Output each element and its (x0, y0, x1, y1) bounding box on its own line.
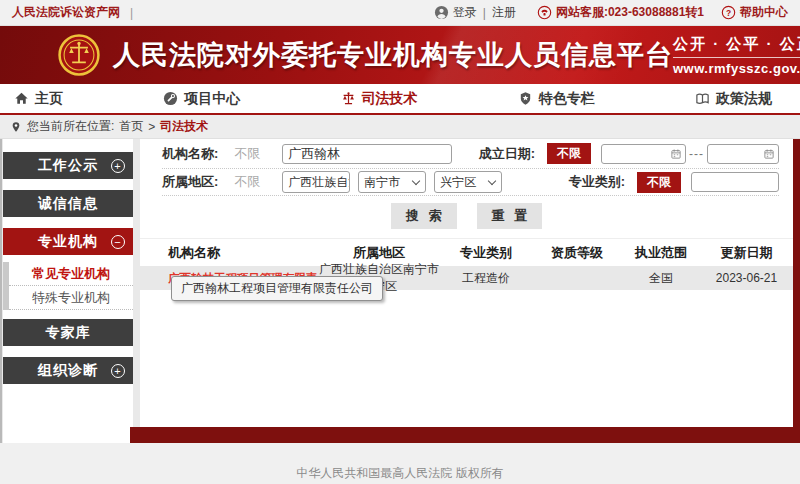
sidebar-submenu: 常见专业机构 特殊专业机构 (3, 262, 133, 310)
form-actions: 搜 索 重 置 (140, 196, 793, 235)
user-icon (434, 5, 449, 20)
date-range-separator: --- (689, 147, 704, 161)
sidebar-item-expert-pool[interactable]: 专家库 (3, 319, 133, 346)
scales-icon (341, 91, 356, 106)
nav-item-judicial-tech[interactable]: 司法技术 (341, 90, 418, 108)
page-footer: 中华人民共和国最高人民法院 版权所有 (0, 443, 800, 484)
collapse-icon: − (111, 235, 125, 249)
court-emblem-logo (58, 34, 100, 76)
col-header-region: 所属地区 (318, 244, 440, 262)
nav-item-project-center[interactable]: 项目中心 (163, 90, 240, 108)
search-button[interactable]: 搜 索 (391, 203, 457, 229)
founding-date-label: 成立日期: (479, 145, 535, 163)
copyright-text: 中华人民共和国最高人民法院 版权所有 (296, 465, 503, 482)
badge-star-icon (518, 91, 533, 106)
breadcrumb-current: 司法技术 (160, 118, 208, 135)
site-name-link[interactable]: 人民法院诉讼资产网 (12, 4, 120, 21)
cell-category: 工程造价 (440, 270, 532, 287)
org-name-tooltip: 广西翰林工程项目管理有限责任公司 (171, 276, 383, 301)
org-name-any-option[interactable]: 不限 (234, 145, 260, 163)
sidebar-item-work-publicity[interactable]: 工作公示 + (3, 152, 133, 179)
site-banner: 人民法院对外委托专业机构专业人员信息平台 公开 · 公平 · 公正 www.rm… (0, 26, 800, 84)
filter-form: 机构名称: 不限 成立日期: 不限 --- 所属地区: 不限 (140, 139, 793, 196)
category-any-button[interactable]: 不限 (637, 172, 681, 193)
col-header-org-name: 机构名称 (140, 244, 318, 262)
table-header-row: 机构名称 所属地区 专业类别 资质等级 执业范围 更新日期 (140, 239, 793, 266)
main-panel: 机构名称: 不限 成立日期: 不限 --- 所属地区: 不限 (140, 139, 793, 427)
slogan: 公开 · 公平 · 公正 (673, 35, 800, 58)
main-nav: 主页 项目中心 司法技术 特色专栏 政策法规 (0, 84, 800, 115)
page-body: 工作公示 + 诚信信息 专业机构 − 常见专业机构 特殊专业机构 专家库 组织诊… (0, 139, 800, 443)
org-name-label: 机构名称: (162, 145, 218, 163)
founding-date-start-input[interactable] (601, 144, 686, 164)
right-frame-strip (793, 139, 800, 443)
top-utility-bar: 人民法院诉讼资产网 | 登录 | 注册 网站客服:023-63088881转1 … (0, 0, 800, 26)
expand-icon: + (111, 159, 125, 173)
cell-updated: 2023-06-21 (700, 271, 793, 285)
sidebar-item-professional-orgs[interactable]: 专业机构 − (3, 228, 133, 255)
sidebar-item-org-diagnosis[interactable]: 组织诊断 + (3, 357, 133, 384)
col-header-scope: 执业范围 (622, 244, 700, 262)
topbar-divider: | (130, 6, 133, 20)
nav-item-featured-columns[interactable]: 特色专栏 (518, 90, 595, 108)
platform-title: 人民法院对外委托专业机构专业人员信息平台 (113, 37, 673, 73)
project-center-icon (163, 91, 178, 106)
col-header-grade: 资质等级 (532, 244, 622, 262)
sidebar-subitem-special-orgs[interactable]: 特殊专业机构 (9, 286, 133, 310)
service-hotline: 网站客服:023-63088881转1 (556, 4, 704, 21)
col-header-category: 专业类别 (440, 244, 532, 262)
sidebar-item-integrity-info[interactable]: 诚信信息 (3, 190, 133, 217)
region-district-select[interactable]: 兴宁区 (434, 171, 502, 193)
region-any-option[interactable]: 不限 (234, 173, 260, 191)
col-header-updated: 更新日期 (700, 244, 793, 262)
bottom-frame-strip (130, 427, 800, 443)
chevron-down-icon (412, 176, 420, 184)
svg-text:?: ? (726, 8, 731, 18)
founding-date-any-button[interactable]: 不限 (547, 143, 591, 164)
category-label: 专业类别: (569, 173, 625, 191)
site-url: www.rmfysszc.gov.cn (673, 61, 800, 76)
book-icon (695, 91, 710, 106)
phone-icon (537, 5, 552, 20)
nav-item-policies[interactable]: 政策法规 (695, 90, 772, 108)
login-link[interactable]: 登录 (453, 4, 477, 21)
category-input[interactable] (691, 172, 779, 192)
login-register-separator: | (483, 6, 486, 20)
nav-item-home[interactable]: 主页 (14, 90, 63, 108)
register-link[interactable]: 注册 (492, 4, 516, 21)
sidebar-subitem-common-orgs[interactable]: 常见专业机构 (9, 262, 133, 286)
sidebar: 工作公示 + 诚信信息 专业机构 − 常见专业机构 特殊专业机构 专家库 组织诊… (3, 139, 133, 443)
help-center-link[interactable]: 帮助中心 (740, 4, 788, 21)
help-icon: ? (721, 5, 736, 20)
chevron-down-icon (488, 176, 496, 184)
region-city-select[interactable]: 南宁市 (358, 171, 426, 193)
breadcrumb-home-link[interactable]: 首页 (119, 118, 143, 135)
org-name-input[interactable] (282, 144, 452, 164)
region-province-select[interactable]: 广西壮族自治 (282, 171, 350, 193)
reset-button[interactable]: 重 置 (477, 203, 543, 229)
breadcrumb: 您当前所在位置: 首页 > 司法技术 (0, 115, 800, 139)
region-label: 所属地区: (162, 173, 218, 191)
founding-date-end-input[interactable] (707, 144, 779, 164)
expand-icon: + (111, 364, 125, 378)
breadcrumb-prefix: 您当前所在位置: (27, 118, 114, 135)
breadcrumb-separator: > (148, 120, 155, 134)
cell-scope: 全国 (622, 270, 700, 287)
location-pin-icon (10, 121, 22, 133)
home-icon (14, 91, 29, 106)
